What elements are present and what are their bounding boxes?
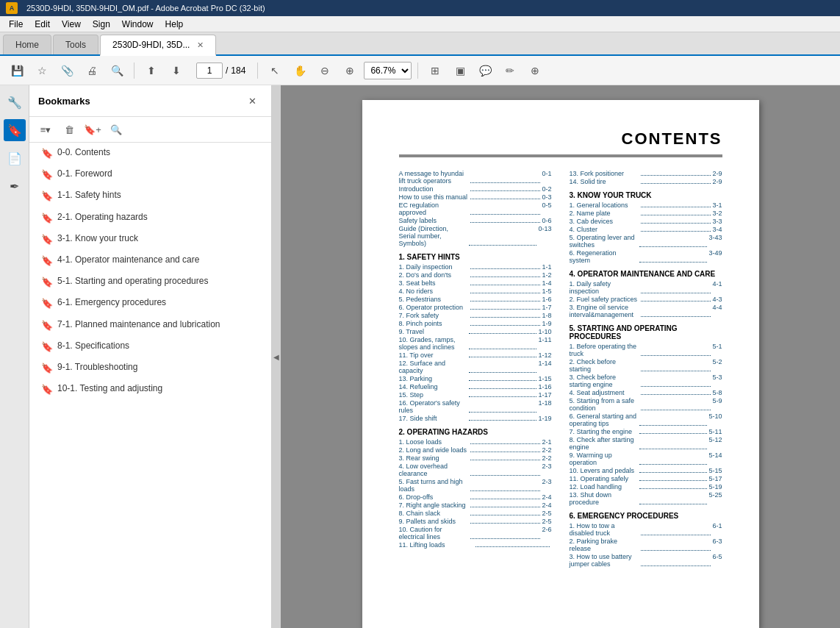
zoom-out-button[interactable]: ⊖ (314, 60, 336, 81)
toc-item-page: 2-6 (542, 526, 552, 540)
toc-item-label: 6. Drop-offs (399, 493, 469, 501)
toc-item: A message to hyundai lift truck operator… (399, 170, 552, 185)
comment-button[interactable]: 💬 (474, 60, 496, 81)
bookmark-item[interactable]: 🔖0-1. Foreword (29, 164, 271, 185)
toc-section-title: 1. SAFETY HINTS (399, 253, 552, 261)
search-button[interactable]: 🔍 (106, 60, 128, 81)
tab-tools[interactable]: Tools (53, 35, 98, 54)
content-area[interactable]: CONTENTS A message to hyundai lift truck… (281, 85, 840, 628)
toc-item: 2. Check before starting5-2 (570, 358, 722, 373)
left-icon-pages[interactable]: 📄 (4, 147, 26, 169)
menu-help[interactable]: Help (159, 18, 190, 31)
sidebar-collapse-handle[interactable]: ◀ (272, 85, 281, 628)
toc-item-page: 5-10 (709, 413, 722, 427)
toolbar: 💾 ☆ 📎 🖨 🔍 ⬆ ⬇ / 184 ↖ ✋ ⊖ ⊕ 66.7% 50% 75… (0, 56, 840, 85)
toc-item-page: 4-3 (713, 296, 722, 303)
page-number-input[interactable] (196, 63, 223, 79)
menu-edit[interactable]: Edit (29, 18, 56, 31)
delete-bookmark-button[interactable]: 🗑 (59, 120, 79, 139)
toc-item-label: 7. Starting the engine (570, 428, 637, 435)
toc-item: 5. Operating lever and switches3-43 (570, 234, 722, 249)
bookmark-add-button[interactable]: ☆ (31, 60, 53, 81)
toc-item-label: 10. Levers and pedals (570, 467, 637, 474)
left-icon-bookmarks[interactable]: 🔖 (4, 119, 26, 141)
toc-item: Guide (Direction, Serial number, Symbols… (399, 225, 552, 247)
toc-item-label: 7. Right angle stacking (399, 502, 469, 509)
bookmark-item[interactable]: 🔖8-1. Specifications (29, 336, 271, 357)
hand-tool-button[interactable]: ✋ (289, 60, 311, 81)
bookmark-item[interactable]: 🔖6-1. Emergency procedures (29, 293, 271, 314)
toc-item: 2. Long and wide loads2-2 (399, 446, 552, 454)
toc-dots (469, 391, 536, 397)
toc-item: 13. Shut down procedure5-25 (570, 491, 722, 506)
left-icon-signatures[interactable]: ✒ (4, 175, 26, 197)
toc-item-page: 1-15 (539, 375, 552, 382)
toc-item-label: 1. Daily inspection (399, 263, 469, 271)
bookmark-label: 10-1. Testing and adjusting (57, 382, 162, 395)
menu-sign[interactable]: Sign (87, 18, 116, 31)
prev-page-button[interactable]: ⬆ (140, 60, 162, 81)
tab-home[interactable]: Home (3, 35, 51, 54)
toc-item-page: 3-43 (709, 234, 722, 249)
save-button[interactable]: 💾 (6, 60, 28, 81)
toc-item: 3. Check before starting engine5-3 (570, 374, 722, 388)
zoom-select[interactable]: 66.7% 50% 75% 100% 125% 150% (364, 62, 412, 79)
bookmark-item[interactable]: 🔖3-1. Know your truck (29, 229, 271, 250)
toc-item-page: 5-17 (709, 475, 722, 482)
toc-item-page: 2-4 (542, 502, 552, 509)
toc-item-page: 2-1 (542, 438, 552, 446)
bookmark-item[interactable]: 🔖9-1. Troubleshooting (29, 357, 271, 379)
print-button[interactable]: 🖨 (81, 60, 103, 81)
toc-item-label: 13. Shut down procedure (570, 491, 637, 506)
tab-document-label: 2530D-9HDI, 35D... (112, 40, 190, 50)
menu-window[interactable]: Window (116, 18, 159, 31)
bookmark-item[interactable]: 🔖5-1. Starting and operating procedures (29, 271, 271, 293)
toc-item-page: 2-4 (542, 493, 552, 501)
toc-dots (639, 491, 707, 504)
menu-bar: // Render menu items File Edit View Sign… (0, 16, 840, 32)
toc-dots (470, 526, 540, 539)
toc-dots (641, 343, 711, 356)
new-bookmark-button[interactable]: 🔖+ (82, 120, 103, 139)
menu-view[interactable]: View (56, 18, 87, 31)
tab-document[interactable]: 2530D-9HDI, 35D... ✕ (100, 35, 216, 56)
left-icon-tools[interactable]: 🔧 (4, 91, 26, 113)
fit-page-button[interactable]: ⊞ (424, 60, 446, 81)
zoom-in-button[interactable]: ⊕ (339, 60, 361, 81)
toc-item-page: 2-2 (542, 446, 552, 454)
attach-button[interactable]: 📎 (56, 60, 78, 81)
next-page-button[interactable]: ⬇ (165, 60, 187, 81)
search-bookmarks-button[interactable]: 🔍 (106, 120, 126, 139)
sidebar-close-button[interactable]: ✕ (242, 91, 262, 110)
bookmark-item[interactable]: 🔖2-1. Operating hazards (29, 207, 271, 229)
toc-dots (470, 296, 540, 301)
menu-file[interactable]: File (3, 18, 29, 31)
bookmark-item[interactable]: 🔖1-1. Safety hints (29, 185, 271, 207)
toc-section-title: 2. OPERATING HAZARDS (399, 428, 552, 436)
toc-item-page: 1-17 (539, 391, 552, 399)
toc-dots (469, 360, 536, 373)
toc-item: 7. Right angle stacking2-4 (399, 502, 552, 509)
bookmark-item[interactable]: 🔖7-1. Planned maintenance and lubricatio… (29, 315, 271, 336)
toc-item-page: 5-3 (713, 374, 722, 388)
toc-dots (470, 446, 540, 452)
tab-close-button[interactable]: ✕ (197, 40, 204, 49)
toc-dots (470, 463, 540, 476)
bookmark-item[interactable]: 🔖4-1. Operator maintenance and care (29, 250, 271, 271)
toc-item: 6. Regeneration system3-49 (570, 249, 722, 264)
bookmark-item[interactable]: 🔖10-1. Testing and adjusting (29, 379, 271, 400)
toc-item-page: 1-2 (542, 271, 552, 279)
toc-item: 11. Lifting loads (399, 541, 552, 549)
toc-item-label: 2. Check before starting (570, 358, 639, 373)
bookmark-item[interactable]: 🔖0-0. Contents (29, 143, 271, 164)
more-button[interactable]: ⊕ (524, 60, 546, 81)
toc-item: 4. Cluster3-4 (570, 226, 722, 233)
bookmark-options-button[interactable]: ≡▾ (35, 120, 56, 139)
two-page-button[interactable]: ▣ (449, 60, 471, 81)
highlight-button[interactable]: ✏ (499, 60, 521, 81)
select-tool-button[interactable]: ↖ (264, 60, 286, 81)
toc-item-page: 1-11 (539, 336, 552, 351)
toc-dots (469, 415, 536, 421)
toc-dots (639, 249, 707, 263)
left-icon-panel: 🔧 🔖 📄 ✒ (0, 85, 29, 628)
